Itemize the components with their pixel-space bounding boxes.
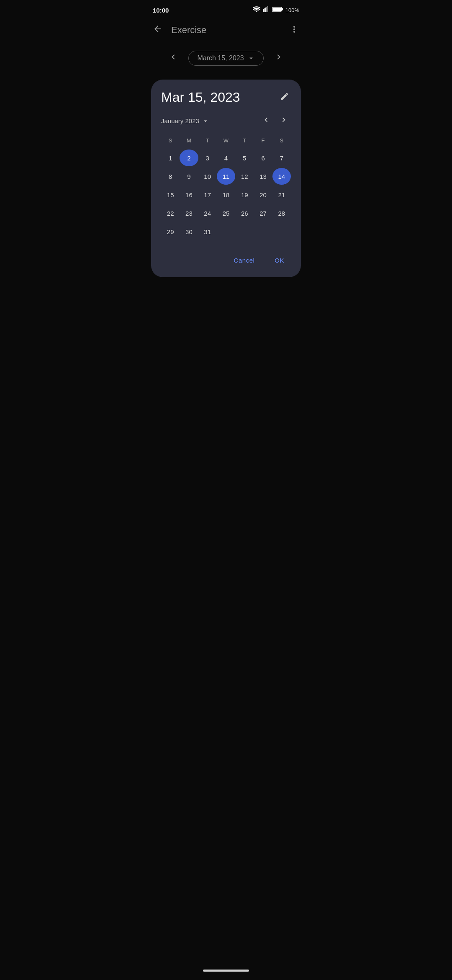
day-8[interactable]: 8: [161, 168, 180, 185]
more-options-button[interactable]: [288, 23, 301, 38]
status-icons: 100%: [253, 6, 299, 14]
day-15[interactable]: 15: [161, 186, 180, 203]
day-12[interactable]: 12: [235, 168, 254, 185]
day-17[interactable]: 17: [198, 186, 217, 203]
day-header-fri: F: [254, 135, 272, 146]
day-25[interactable]: 25: [217, 205, 235, 222]
day-31[interactable]: 31: [198, 223, 217, 240]
day-11[interactable]: 11: [217, 168, 235, 185]
status-time: 10:00: [153, 7, 169, 14]
signal-icon: [263, 6, 270, 14]
day-18[interactable]: 18: [217, 186, 235, 203]
day-header-tue: T: [198, 135, 217, 146]
dialog-actions: Cancel OK: [161, 250, 291, 267]
day-14[interactable]: 14: [272, 168, 291, 185]
app-bar: Exercise: [144, 18, 308, 42]
day-2[interactable]: 2: [180, 150, 198, 166]
status-bar: 10:00 100%: [144, 0, 308, 18]
date-selector-label: March 15, 2023: [197, 54, 244, 62]
day-headers: S M T W T F S: [161, 135, 291, 146]
calendar-grid: S M T W T F S 1 2 3 4 5 6 7 8 9 10 11 12…: [161, 135, 291, 240]
day-header-sun: S: [161, 135, 180, 146]
day-16[interactable]: 16: [180, 186, 198, 203]
day-21[interactable]: 21: [272, 186, 291, 203]
back-button[interactable]: [151, 22, 164, 38]
day-19[interactable]: 19: [235, 186, 254, 203]
day-22[interactable]: 22: [161, 205, 180, 222]
svg-rect-1: [282, 8, 283, 10]
day-header-sat: S: [272, 135, 291, 146]
edit-date-button[interactable]: [278, 90, 291, 105]
day-23[interactable]: 23: [180, 205, 198, 222]
selected-date-display: Mar 15, 2023: [161, 90, 240, 105]
day-26[interactable]: 26: [235, 205, 254, 222]
day-1[interactable]: 1: [161, 150, 180, 166]
day-header-thu: T: [235, 135, 254, 146]
day-empty-1: [217, 223, 235, 240]
day-empty-2: [235, 223, 254, 240]
month-year-label: January 2023: [161, 117, 199, 124]
day-header-wed: W: [217, 135, 235, 146]
app-title: Exercise: [171, 25, 206, 36]
day-7[interactable]: 7: [272, 150, 291, 166]
selected-date-header: Mar 15, 2023: [161, 90, 291, 105]
day-10[interactable]: 10: [198, 168, 217, 185]
day-30[interactable]: 30: [180, 223, 198, 240]
day-24[interactable]: 24: [198, 205, 217, 222]
app-bar-left: Exercise: [151, 22, 206, 38]
day-28[interactable]: 28: [272, 205, 291, 222]
calendar-days: 1 2 3 4 5 6 7 8 9 10 11 12 13 14 15 16 1…: [161, 150, 291, 240]
day-27[interactable]: 27: [254, 205, 272, 222]
ok-button[interactable]: OK: [268, 253, 291, 267]
day-9[interactable]: 9: [180, 168, 198, 185]
day-header-mon: M: [180, 135, 198, 146]
month-selector-button[interactable]: January 2023: [161, 116, 209, 126]
cancel-button[interactable]: Cancel: [227, 253, 262, 267]
day-3[interactable]: 3: [198, 150, 217, 166]
prev-month-button[interactable]: [259, 113, 273, 128]
day-13[interactable]: 13: [254, 168, 272, 185]
day-20[interactable]: 20: [254, 186, 272, 203]
month-arrows: [259, 113, 291, 128]
day-5[interactable]: 5: [235, 150, 254, 166]
next-date-button[interactable]: [270, 50, 287, 66]
next-month-button[interactable]: [277, 113, 291, 128]
calendar-dialog: Mar 15, 2023 January 2023: [151, 80, 301, 277]
wifi-icon: [253, 6, 260, 14]
month-navigation: January 2023: [161, 113, 291, 128]
day-4[interactable]: 4: [217, 150, 235, 166]
battery-icon: [272, 6, 283, 14]
date-navigation: March 15, 2023: [144, 45, 308, 71]
date-selector-button[interactable]: March 15, 2023: [188, 51, 263, 66]
day-empty-3: [254, 223, 272, 240]
day-29[interactable]: 29: [161, 223, 180, 240]
day-empty-4: [272, 223, 291, 240]
battery-percent: 100%: [285, 7, 299, 13]
prev-date-button[interactable]: [165, 50, 182, 66]
day-6[interactable]: 6: [254, 150, 272, 166]
svg-rect-2: [272, 8, 281, 11]
